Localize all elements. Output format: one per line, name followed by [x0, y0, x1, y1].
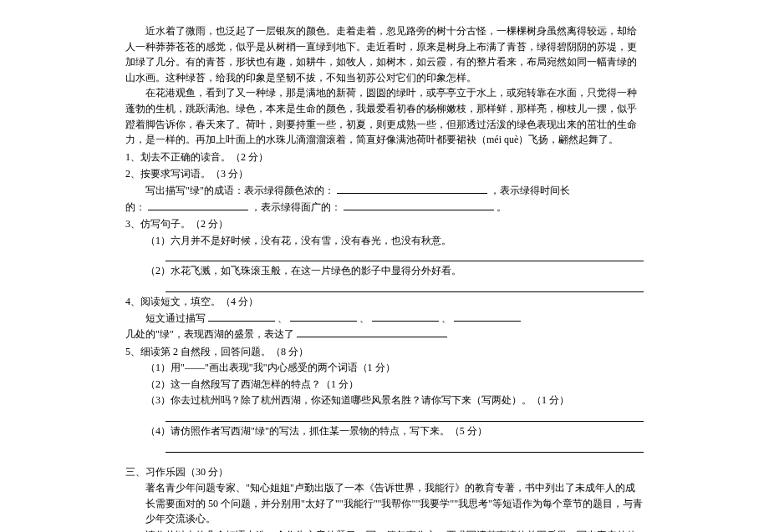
q5-blank-2[interactable]: [166, 441, 644, 453]
q3-sub2: （2）水花飞溅，如飞珠滚玉般，在这一片绿色的影子中显得分外好看。: [125, 263, 644, 279]
essay-section: 三、习作乐园（30 分） 著名青少年问题专家、"知心姐姐"卢勤出版了一本《告诉世…: [125, 464, 644, 532]
q5-sub2: （2）这一自然段写了西湖怎样的特点？（1 分）: [125, 377, 644, 393]
q4-blank-a[interactable]: [208, 312, 275, 322]
q3-blank-1[interactable]: [166, 250, 644, 261]
q4-sep1: 、: [278, 312, 288, 324]
question-3: 3、仿写句子。（2 分） （1）六月并不是好时候，没有花，没有雪，没有春光，也没…: [125, 216, 644, 292]
q5-sub4: （4）请仿照作者写西湖"绿"的写法，抓住某一景物的特点，写下来。（5 分）: [125, 423, 644, 439]
q2-line2: 的： ，表示绿得面广的： 。: [125, 200, 644, 215]
q4-title: 4、阅读短文，填空。（4 分）: [125, 294, 644, 310]
q2-l1-post: ，表示绿得时间长: [490, 185, 570, 196]
question-2: 2、按要求写词语。（3 分） 写出描写"绿"的成语：表示绿得颜色浓的： ，表示绿…: [125, 166, 644, 215]
passage-para-1: 近水着了微雨，也泛起了一层银灰的颜色。走着走着，忽见路旁的树十分古怪，一棵棵树身…: [125, 23, 644, 85]
q3-title: 3、仿写句子。（2 分）: [125, 216, 644, 232]
q2-title: 2、按要求写词语。（3 分）: [125, 166, 644, 182]
q2-blank-3[interactable]: [344, 201, 494, 210]
q2-l2-post: 。: [497, 201, 507, 213]
q4-line2: 几处的"绿"，表现西湖的盛景，表达了: [125, 327, 644, 342]
q3-blank-2[interactable]: [166, 281, 644, 292]
q4-sep3: 、: [441, 312, 451, 324]
q2-blank-1[interactable]: [337, 185, 487, 194]
q2-l2-pre: 的：: [125, 201, 145, 213]
q2-l2-mid: ，表示绿得面广的：: [251, 201, 341, 213]
q2-blank-2[interactable]: [148, 201, 248, 210]
q4-sep2: 、: [359, 312, 369, 324]
q5-sub1: （1）用"——"画出表现"我"内心感受的两个词语（1 分）: [125, 360, 644, 376]
q4-l1-pre: 短文通过描写: [145, 312, 206, 324]
q4-blank-e[interactable]: [297, 328, 447, 337]
q3-sub1: （1）六月并不是好时候，没有花，没有雪，没有春光，也没有秋意。: [125, 233, 644, 249]
q5-blank-1[interactable]: [166, 410, 644, 422]
question-4: 4、阅读短文，填空。（4 分） 短文通过描写 、 、 、 几处的"绿"，表现西湖…: [125, 294, 644, 342]
question-1: 1、划去不正确的读音。（2 分）: [125, 149, 644, 165]
q5-sub3: （3）你去过杭州吗？除了杭州西湖，你还知道哪些风景名胜？请你写下来（写两处）。（…: [125, 393, 644, 408]
reading-passage: 近水着了微雨，也泛起了一层银灰的颜色。走着走着，忽见路旁的树十分古怪，一棵棵树身…: [125, 23, 644, 148]
question-5: 5、细读第 2 自然段，回答问题。（8 分） （1）用"——"画出表现"我"内心…: [125, 344, 644, 453]
essay-para-1: 著名青少年问题专家、"知心姐姐"卢勤出版了一本《告诉世界，我能行》的教育专著，书…: [125, 480, 644, 527]
q5-title: 5、细读第 2 自然段，回答问题。（8 分）: [125, 344, 644, 360]
essay-para-2: 请你从以上的几个短语中选一个作为文章的题目，写一篇叙事作文，要求写清楚事情的前因…: [125, 528, 644, 532]
essay-heading: 三、习作乐园（30 分）: [125, 464, 644, 480]
q2-l1-pre: 写出描写"绿"的成语：表示绿得颜色浓的：: [145, 185, 334, 196]
q4-blank-c[interactable]: [372, 312, 439, 322]
q4-blank-b[interactable]: [290, 312, 357, 322]
q1-title: 1、划去不正确的读音。（2 分）: [125, 149, 644, 165]
q4-blank-d[interactable]: [454, 312, 521, 322]
q4-line1: 短文通过描写 、 、 、: [125, 311, 644, 327]
q4-l2-pre: 几处的"绿"，表现西湖的盛景，表达了: [125, 328, 294, 340]
passage-para-2: 在花港观鱼，看到了又一种绿，那是满地的新荷，圆圆的绿叶，或亭亭立于水上，或宛转靠…: [125, 85, 644, 147]
q2-line1: 写出描写"绿"的成语：表示绿得颜色浓的： ，表示绿得时间长: [125, 183, 644, 199]
